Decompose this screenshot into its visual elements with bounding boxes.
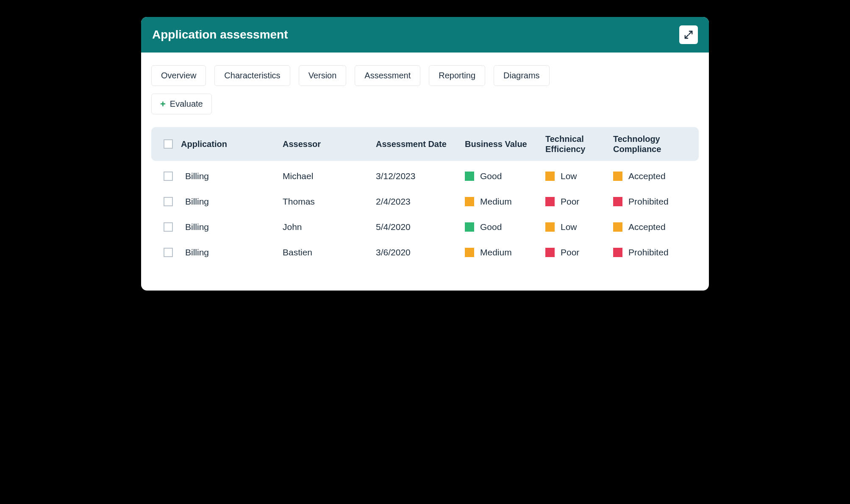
cell-application: Billing [181,171,283,181]
cell-application: Billing [181,222,283,232]
cell-technology-compliance: Accepted [613,222,689,232]
expand-icon [684,30,693,39]
col-technical-efficiency: Technical Efficiency [545,134,613,154]
cell-technology-compliance: Accepted [613,171,689,181]
cell-technology-compliance: Prohibited [613,247,689,258]
cell-technology-compliance: Prohibited [613,197,689,207]
table-row: BillingJohn5/4/2020GoodLowAccepted [151,214,699,240]
cell-date: 2/4/2023 [376,197,465,207]
cell-business-value: Good [465,171,545,181]
assessment-table: Application Assessor Assessment Date Bus… [151,127,699,265]
col-technology-compliance: Technology Compliance [613,134,689,154]
cell-technical-efficiency: Poor [545,247,613,258]
cell-application: Billing [181,197,283,207]
status-label: Medium [480,197,512,207]
cell-date: 5/4/2020 [376,222,465,232]
cell-technical-efficiency: Low [545,171,613,181]
col-application: Application [181,139,283,149]
status-swatch [613,172,622,181]
status-swatch [465,248,474,257]
status-swatch [465,197,474,206]
header-checkbox-cell [156,139,181,149]
table-row: BillingThomas2/4/2023MediumPoorProhibite… [151,189,699,214]
status-label: Accepted [628,171,666,181]
cell-assessor: Thomas [283,197,376,207]
status-swatch [613,248,622,257]
status-swatch [545,248,555,257]
row-checkbox-cell [156,172,181,181]
cell-assessor: Bastien [283,247,376,258]
col-assessor: Assessor [283,139,376,149]
select-all-checkbox[interactable] [164,139,173,149]
row-checkbox[interactable] [164,172,173,181]
status-label: Prohibited [628,247,669,258]
cell-date: 3/12/2023 [376,171,465,181]
status-label: Poor [561,197,579,207]
cell-business-value: Medium [465,247,545,258]
table-header: Application Assessor Assessment Date Bus… [151,127,699,161]
status-swatch [545,222,555,232]
row-checkbox-cell [156,222,181,232]
titlebar: Application assessment [141,17,709,53]
col-assessment-date: Assessment Date [376,139,465,149]
status-label: Good [480,171,502,181]
status-label: Prohibited [628,197,669,207]
status-label: Good [480,222,502,232]
app-window: Application assessment OverviewCharacter… [141,17,709,291]
status-swatch [613,222,622,232]
row-checkbox[interactable] [164,248,173,257]
status-swatch [545,172,555,181]
col-business-value: Business Value [465,139,545,149]
tab-version[interactable]: Version [299,65,347,86]
tab-characteristics[interactable]: Characteristics [214,65,290,86]
tab-diagrams[interactable]: Diagrams [494,65,550,86]
cell-business-value: Medium [465,197,545,207]
page-title: Application assessment [152,28,288,42]
table-body: BillingMichael3/12/2023GoodLowAcceptedBi… [151,161,699,265]
row-checkbox-cell [156,248,181,257]
table-row: BillingBastien3/6/2020MediumPoorProhibit… [151,240,699,265]
row-checkbox[interactable] [164,222,173,232]
cell-technical-efficiency: Poor [545,197,613,207]
cell-technical-efficiency: Low [545,222,613,232]
expand-button[interactable] [679,25,698,44]
table-row: BillingMichael3/12/2023GoodLowAccepted [151,163,699,189]
status-label: Low [561,222,577,232]
tab-overview[interactable]: Overview [151,65,206,86]
row-checkbox[interactable] [164,197,173,206]
tab-reporting[interactable]: Reporting [429,65,485,86]
cell-date: 3/6/2020 [376,247,465,258]
status-swatch [545,197,555,206]
status-swatch [465,172,474,181]
cell-assessor: John [283,222,376,232]
evaluate-button[interactable]: + Evaluate [151,94,212,114]
tabs-bar: OverviewCharacteristicsVersionAssessment… [151,65,699,86]
cell-business-value: Good [465,222,545,232]
status-label: Accepted [628,222,666,232]
status-label: Medium [480,247,512,258]
status-swatch [613,197,622,206]
plus-icon: + [160,100,166,109]
status-label: Poor [561,247,579,258]
cell-assessor: Michael [283,171,376,181]
content-area: OverviewCharacteristicsVersionAssessment… [141,53,709,291]
status-label: Low [561,171,577,181]
evaluate-label: Evaluate [170,99,203,109]
status-swatch [465,222,474,232]
row-checkbox-cell [156,197,181,206]
tab-assessment[interactable]: Assessment [355,65,420,86]
cell-application: Billing [181,247,283,258]
